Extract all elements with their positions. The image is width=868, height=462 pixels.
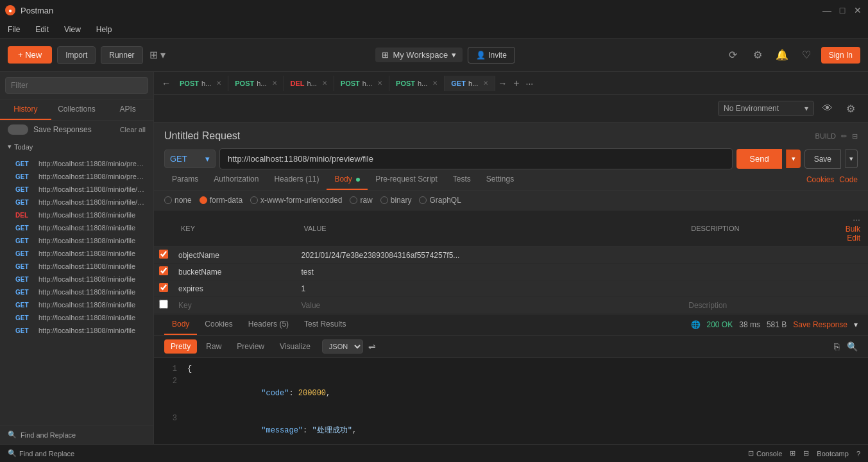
resp-tab-cookies[interactable]: Cookies (197, 314, 240, 335)
list-item[interactable]: GEThttp://localhost:11808/minio/preview/… (0, 157, 153, 170)
list-item[interactable]: GEThttp://localhost:11808/minio/file (0, 298, 153, 311)
copy-icon[interactable]: ⎘ (834, 341, 839, 352)
tab-params[interactable]: Params (164, 169, 206, 190)
heart-icon[interactable]: ♡ (797, 46, 816, 65)
list-item[interactable]: GEThttp://localhost:11808/minio/file (0, 273, 153, 286)
list-item[interactable]: GEThttp://localhost:11808/minio/file (0, 247, 153, 260)
list-item[interactable]: DELhttp://localhost:11808/minio/file (0, 209, 153, 221)
resp-tab-body[interactable]: Body (164, 314, 197, 335)
workspace-selector[interactable]: ⊞ My Workspace ▾ (375, 47, 463, 62)
close-button[interactable]: ✕ (853, 5, 863, 15)
find-replace-button[interactable]: 🔍 Find and Replace (0, 425, 153, 444)
body-type-form-data[interactable]: form-data (200, 196, 243, 205)
tab-history[interactable]: History (0, 99, 51, 120)
new-button[interactable]: + New (8, 46, 52, 64)
url-input[interactable] (219, 148, 733, 169)
format-type-selector[interactable]: JSON XML HTML Text (322, 339, 363, 354)
list-item[interactable]: GEThttp://localhost:11808/minio/preview/… (0, 170, 153, 183)
body-type-none[interactable]: none (164, 196, 192, 205)
bulk-edit-button[interactable]: Bulk Edit (846, 225, 860, 243)
request-tab-1[interactable]: POST h... ✕ (228, 76, 284, 91)
search-response-icon[interactable]: 🔍 (847, 341, 858, 352)
row-checkbox-1[interactable] (159, 266, 168, 275)
find-replace-button[interactable]: 🔍 Find and Replace (8, 449, 74, 458)
save-response-dropdown-icon[interactable]: ▾ (854, 320, 858, 329)
import-button[interactable]: Import (57, 46, 96, 64)
tab-body[interactable]: Body (327, 169, 368, 190)
method-selector[interactable]: GET ▾ (164, 150, 216, 168)
sign-in-button[interactable]: Sign In (821, 47, 860, 64)
console-button[interactable]: ⊡ Console (748, 449, 782, 458)
tab-tests[interactable]: Tests (445, 169, 479, 190)
tab-headers[interactable]: Headers (11) (266, 169, 327, 190)
list-item[interactable]: GEThttp://localhost:11808/minio/file (0, 221, 153, 234)
split-icon[interactable]: ⊟ (852, 132, 858, 141)
code-link[interactable]: Code (839, 175, 858, 184)
row-checkbox-0[interactable] (159, 250, 168, 259)
send-button[interactable]: Send (736, 149, 781, 169)
save-button[interactable]: Save (804, 150, 841, 169)
body-type-graphql[interactable]: GraphQL (419, 196, 461, 205)
request-tab-5[interactable]: GET h... ✕ (445, 76, 495, 91)
resp-tab-test-results[interactable]: Test Results (296, 314, 353, 335)
close-tab-icon[interactable]: ✕ (432, 80, 438, 87)
minimize-button[interactable]: — (822, 5, 832, 15)
tab-settings[interactable]: Settings (479, 169, 522, 190)
cookies-link[interactable]: Cookies (806, 175, 834, 184)
notifications-icon[interactable]: 🔔 (772, 46, 792, 65)
list-item[interactable]: GEThttp://localhost:11808/minio/file/lis… (0, 196, 153, 209)
request-tab-3[interactable]: POST h... ✕ (334, 76, 389, 91)
close-tab-icon[interactable]: ✕ (377, 80, 382, 87)
layout2-button[interactable]: ⊟ (803, 449, 809, 458)
runner-button[interactable]: Runner (101, 46, 142, 64)
body-type-binary[interactable]: binary (380, 196, 412, 205)
close-tab-icon[interactable]: ✕ (322, 80, 327, 87)
env-view-icon[interactable]: 👁 (818, 99, 837, 118)
save-responses-toggle[interactable] (8, 124, 28, 135)
request-tab-4[interactable]: POST h... ✕ (389, 76, 445, 91)
search-input[interactable] (5, 77, 148, 94)
edit-icon[interactable]: ✏ (841, 132, 847, 141)
body-type-urlencoded[interactable]: x-www-form-urlencoded (250, 196, 342, 205)
list-item[interactable]: GEThttp://localhost:11808/minio/file (0, 260, 153, 273)
format-raw[interactable]: Raw (200, 339, 228, 354)
list-item[interactable]: GEThttp://localhost:11808/minio/file (0, 324, 153, 337)
send-dropdown-button[interactable]: ▾ (786, 150, 801, 168)
settings-icon[interactable]: ⚙ (748, 46, 767, 65)
layout-button[interactable]: ⊞ (790, 449, 796, 458)
sync-icon[interactable]: ⟳ (724, 46, 743, 65)
menu-help[interactable]: Help (94, 24, 115, 35)
more-tabs-button[interactable]: ··· (523, 78, 536, 89)
environment-selector[interactable]: No Environment ▾ (718, 101, 814, 116)
format-preview[interactable]: Preview (230, 339, 271, 354)
layout-icon[interactable]: ⊞ ▾ (148, 46, 167, 65)
list-item[interactable]: GEThttp://localhost:11808/minio/file (0, 286, 153, 298)
row-checkbox-3[interactable] (159, 300, 168, 309)
list-item[interactable]: GEThttp://localhost:11808/minio/file/lis… (0, 183, 153, 196)
format-visualize[interactable]: Visualize (273, 339, 317, 354)
request-tab-2[interactable]: DEL h... ✕ (284, 76, 334, 91)
add-tab-button[interactable]: + (509, 78, 523, 89)
tab-next-button[interactable]: → (495, 78, 509, 89)
list-item[interactable]: GEThttp://localhost:11808/minio/file (0, 234, 153, 247)
tab-apis[interactable]: APIs (102, 99, 153, 120)
bootcamp-button[interactable]: Bootcamp (817, 450, 849, 458)
resp-tab-headers[interactable]: Headers (5) (241, 314, 296, 335)
format-pretty[interactable]: Pretty (164, 339, 197, 354)
table-more-button[interactable]: ··· (853, 214, 860, 225)
save-dropdown-button[interactable]: ▾ (845, 150, 858, 168)
close-tab-icon[interactable]: ✕ (483, 80, 488, 87)
menu-file[interactable]: File (5, 24, 22, 35)
help-button[interactable]: ? (856, 450, 860, 458)
format-icon[interactable]: ⇌ (368, 341, 376, 352)
body-type-raw[interactable]: raw (350, 196, 372, 205)
menu-view[interactable]: View (62, 24, 83, 35)
tab-prev-button[interactable]: ← (159, 78, 173, 89)
list-item[interactable]: GEThttp://localhost:11808/minio/file (0, 311, 153, 324)
request-tab-0[interactable]: POST h... ✕ (173, 76, 228, 91)
tab-authorization[interactable]: Authorization (206, 169, 266, 190)
save-response-button[interactable]: Save Response (793, 320, 847, 329)
invite-button[interactable]: 👤 Invite (468, 47, 515, 64)
maximize-button[interactable]: □ (837, 5, 847, 15)
clear-all-button[interactable]: Clear all (120, 126, 146, 133)
